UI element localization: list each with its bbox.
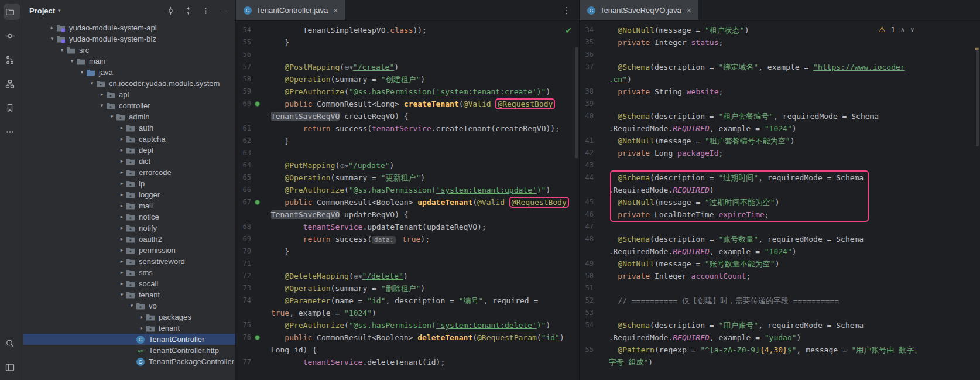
search-button[interactable] <box>4 335 20 351</box>
gutter-line-number[interactable] <box>236 344 251 356</box>
gutter-line-number[interactable]: 51 <box>580 282 594 295</box>
gutter-line-number[interactable]: 69 <box>236 233 251 245</box>
gutter-line-number[interactable]: 54 <box>236 24 251 36</box>
gutter-line-number[interactable]: 35 <box>580 36 594 49</box>
tree-item-main[interactable]: ▾main <box>23 56 235 67</box>
gutter-line-number[interactable]: 71 <box>236 258 251 270</box>
gutter-line-number[interactable]: 36 <box>580 49 594 61</box>
chevron-right-icon[interactable]: ▸ <box>118 167 126 178</box>
gutter-line-number[interactable]: 48 <box>580 233 594 245</box>
more-tools-button[interactable] <box>4 124 20 140</box>
options-menu-button[interactable] <box>203 6 212 15</box>
commit-button[interactable] <box>4 28 20 44</box>
next-problem-icon[interactable]: ∨ <box>910 26 914 33</box>
tree-item-src[interactable]: ▾src <box>23 44 235 56</box>
tree-item-tenant[interactable]: ▸tenant <box>23 323 235 334</box>
tree-item-sms[interactable]: ▸sms <box>23 267 235 278</box>
chevron-right-icon[interactable]: ▸ <box>48 22 56 33</box>
pull-requests-button[interactable] <box>4 52 20 68</box>
gutter-line-number[interactable]: 75 <box>236 319 251 331</box>
gutter-line-number[interactable]: 38 <box>580 85 594 98</box>
chevron-right-icon[interactable]: ▸ <box>118 122 126 133</box>
gutter-line-number[interactable] <box>580 73 594 85</box>
gutter-line-number[interactable]: 61 <box>236 122 251 135</box>
tree-item-yudao-module-system-biz[interactable]: ▾yudao-module-system-biz <box>23 33 235 44</box>
gutter-line-number[interactable]: 46 <box>580 208 594 221</box>
gutter-line-number[interactable]: 47 <box>580 221 594 233</box>
inspections-widget[interactable]: ⚠ 1 ∧ ∨ <box>879 25 914 34</box>
gutter-line-number[interactable]: 42 <box>580 147 594 159</box>
gutter-line-number[interactable]: 62 <box>236 135 251 147</box>
bookmarks-button[interactable] <box>4 100 20 116</box>
tab-tenantsavereqvo-java[interactable]: C TenantSaveReqVO.java × <box>580 0 698 20</box>
gutter-line-number[interactable] <box>236 208 251 221</box>
gutter-line-number[interactable]: 55 <box>236 36 251 49</box>
terminal-button[interactable] <box>4 359 20 375</box>
editor-tenantcontroller[interactable]: ✔ 54 TenantSimpleRespVO.class));55 }5657… <box>236 21 579 380</box>
gutter-line-number[interactable]: 45 <box>580 196 594 208</box>
chevron-down-icon[interactable]: ▾ <box>58 44 66 56</box>
gutter-line-number[interactable]: 59 <box>236 85 251 98</box>
chevron-right-icon[interactable]: ▸ <box>118 234 126 245</box>
prev-problem-icon[interactable]: ∧ <box>900 26 904 33</box>
chevron-down-icon[interactable]: ▾ <box>48 33 56 44</box>
project-folder-button[interactable] <box>4 4 20 20</box>
chevron-right-icon[interactable]: ▸ <box>98 89 106 100</box>
tree-item-tenantcontroller-http[interactable]: APITenantController.http <box>23 345 235 356</box>
chevron-right-icon[interactable]: ▸ <box>118 156 126 167</box>
gutter-line-number[interactable] <box>580 245 594 258</box>
gutter-line-number[interactable] <box>580 122 594 135</box>
tree-item-socail[interactable]: ▸socail <box>23 278 235 289</box>
tab-options-kebab-icon[interactable]: ⋮ <box>554 5 579 16</box>
gutter-line-number[interactable]: 50 <box>580 270 594 282</box>
chevron-right-icon[interactable]: ▸ <box>118 178 126 189</box>
gutter-line-number[interactable]: 53 <box>580 307 594 319</box>
gutter-line-number[interactable]: 73 <box>236 282 251 295</box>
gutter-line-number[interactable]: 34 <box>580 24 594 36</box>
chevron-right-icon[interactable]: ▸ <box>118 256 126 267</box>
gutter-line-number[interactable]: 68 <box>236 221 251 233</box>
gutter-line-number[interactable]: 56 <box>236 49 251 61</box>
tree-item-tenant[interactable]: ▾tenant <box>23 289 235 300</box>
chevron-right-icon[interactable]: ▸ <box>118 133 126 145</box>
structure-button[interactable] <box>4 76 20 92</box>
gutter-line-number[interactable]: 70 <box>236 245 251 258</box>
tree-item-auth[interactable]: ▸auth <box>23 122 235 133</box>
tree-item-admin[interactable]: ▾admin <box>23 111 235 122</box>
gutter-line-number[interactable]: 37 <box>580 61 594 73</box>
gutter-line-number[interactable]: 41 <box>580 135 594 147</box>
expand-collapse-button[interactable] <box>185 6 194 15</box>
gutter-line-number[interactable]: 43 <box>580 159 594 172</box>
chevron-right-icon[interactable]: ▸ <box>118 278 126 289</box>
gutter-line-number[interactable] <box>236 110 251 122</box>
gutter-line-number[interactable]: 63 <box>236 147 251 159</box>
tree-item-ip[interactable]: ▸ip <box>23 178 235 189</box>
hide-panel-button[interactable] <box>220 6 229 15</box>
gutter-line-number[interactable]: 44 <box>580 172 594 184</box>
gutter-line-number[interactable]: 74 <box>236 295 251 307</box>
editor-tenantsavereqvo[interactable]: ⚠ 1 ∧ ∨ 34 @NotNull(message = "租户状态")35 … <box>580 21 980 380</box>
gutter-line-number[interactable]: 54 <box>580 319 594 331</box>
gutter-line-number[interactable]: 60 <box>236 98 251 110</box>
gutter-line-number[interactable] <box>580 331 594 344</box>
scrollbar[interactable] <box>976 47 979 146</box>
chevron-right-icon[interactable]: ▸ <box>118 145 126 156</box>
gutter-line-number[interactable]: 72 <box>236 270 251 282</box>
tree-item-dept[interactable]: ▸dept <box>23 145 235 156</box>
gutter-line-number[interactable]: 77 <box>236 356 251 368</box>
project-panel-title[interactable]: Project <box>29 6 55 15</box>
gutter-line-number[interactable]: 66 <box>236 184 251 196</box>
tree-item-notice[interactable]: ▸notice <box>23 211 235 222</box>
chevron-right-icon[interactable]: ▸ <box>118 222 126 234</box>
tree-item-java[interactable]: ▾java <box>23 67 235 78</box>
tree-item-api[interactable]: ▸api <box>23 89 235 100</box>
chevron-right-icon[interactable]: ▸ <box>118 211 126 222</box>
tree-item-logger[interactable]: ▸logger <box>23 189 235 200</box>
tree-item-sensitiveword[interactable]: ▸sensitiveword <box>23 256 235 267</box>
gutter-line-number[interactable]: 65 <box>236 172 251 184</box>
tree-item-dict[interactable]: ▸dict <box>23 156 235 167</box>
chevron-down-icon[interactable]: ▾ <box>78 67 86 78</box>
chevron-down-icon[interactable]: ▾ <box>108 111 116 122</box>
gutter-line-number[interactable]: 58 <box>236 73 251 85</box>
tree-item-controller[interactable]: ▾controller <box>23 100 235 111</box>
